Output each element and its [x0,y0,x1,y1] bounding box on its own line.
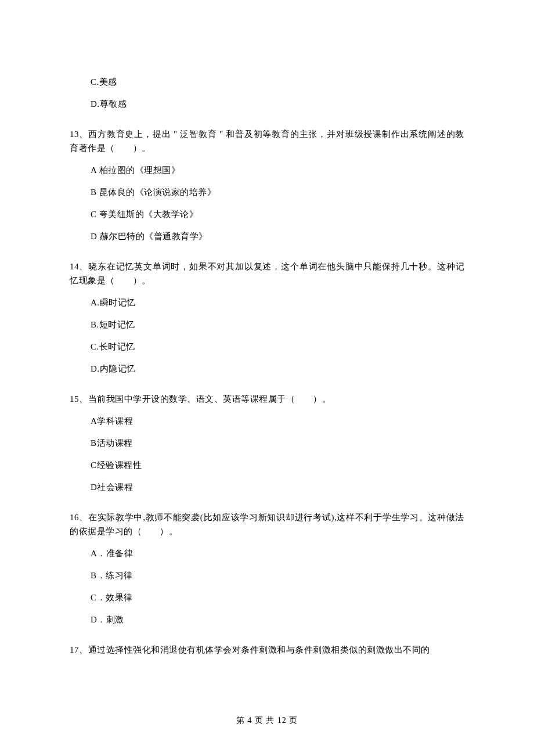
q15-option-a: A学科课程 [91,414,464,428]
q13-option-a: A 柏拉图的《理想国》 [91,163,464,177]
q13-option-c: C 夸美纽斯的《大教学论》 [91,207,464,221]
q14-option-b: B.短时记忆 [91,318,464,332]
question-15: 15、当前我国中学开设的数学、语文、英语等课程属于（ ）。 [70,392,464,406]
q16-option-b: B．练习律 [91,568,464,582]
page-footer: 第 4 页 共 12 页 [0,715,534,726]
document-body: C.美感 D.尊敬感 13、西方教育史上，提出 " 泛智教育 " 和普及初等教育… [0,0,534,697]
q15-option-c: C经验课程性 [91,458,464,472]
option-d: D.尊敬感 [91,97,464,111]
option-c: C.美感 [91,75,464,89]
q15-option-d: D社会课程 [91,480,464,494]
question-17: 17、通过选择性强化和消退使有机体学会对条件刺激和与条件刺激相类似的刺激做出不同… [70,643,464,657]
q15-option-b: B活动课程 [91,436,464,450]
q16-option-d: D．刺激 [91,613,464,627]
question-13: 13、西方教育史上，提出 " 泛智教育 " 和普及初等教育的主张，并对班级授课制… [70,127,464,155]
question-14: 14、晓东在记忆英文单词时，如果不对其加以复述，这个单词在他头脑中只能保持几十秒… [70,260,464,287]
q14-option-c: C.长时记忆 [91,340,464,354]
q13-option-b: B 昆体良的《论演说家的培养》 [91,185,464,199]
q16-option-a: A．准备律 [91,546,464,560]
q14-option-a: A.瞬时记忆 [91,296,464,309]
q16-option-c: C．效果律 [91,591,464,604]
q14-option-d: D.内隐记忆 [91,362,464,376]
question-16: 16、在实际教学中,教师不能突袭(比如应该学习新知识却进行考试),这样不利于学生… [70,510,464,538]
q13-option-d: D 赫尔巴特的《普通教育学》 [91,229,464,243]
